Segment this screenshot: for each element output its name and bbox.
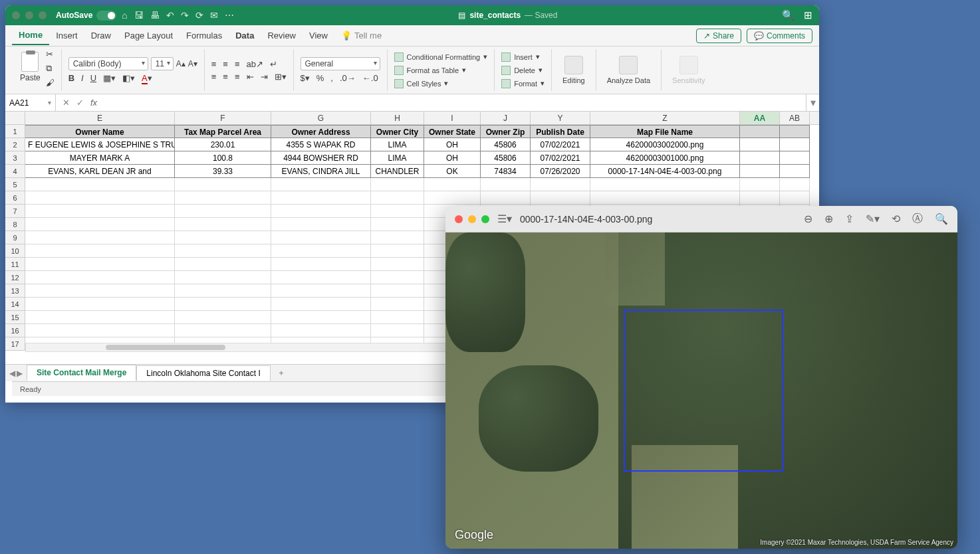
cell-Z3[interactable]: 46200003001000.png [590, 151, 740, 165]
cell-G11[interactable] [271, 258, 371, 271]
cell-AB3[interactable] [780, 151, 810, 165]
comma-icon[interactable]: , [330, 73, 333, 83]
sheet-tab-1[interactable]: Site Contact Mail Merge [27, 365, 136, 381]
cell-H11[interactable] [371, 258, 424, 271]
number-format-select[interactable]: General [301, 57, 380, 70]
share-icon[interactable]: ⇪ [845, 213, 854, 225]
percent-icon[interactable]: % [316, 73, 324, 83]
row-header-17[interactable]: 17 [5, 337, 25, 351]
merge-icon[interactable]: ⊞▾ [275, 72, 287, 82]
close-icon[interactable] [12, 11, 20, 19]
column-header-J[interactable]: J [481, 112, 531, 124]
row-header-12[interactable]: 12 [5, 271, 25, 284]
cell-F10[interactable] [175, 244, 271, 258]
font-name-select[interactable]: Calibri (Body) [68, 57, 148, 70]
cancel-formula-icon[interactable]: ✕ [62, 98, 70, 108]
wrap-text-icon[interactable]: ↵ [270, 59, 277, 69]
row-header-4[interactable]: 4 [5, 165, 25, 178]
row-header-10[interactable]: 10 [5, 244, 25, 258]
markup-icon[interactable]: ✎▾ [866, 213, 880, 225]
cell-J4[interactable]: 74834 [481, 165, 531, 178]
column-header-H[interactable]: H [371, 112, 424, 124]
increase-decimal-icon[interactable]: .0→ [340, 73, 356, 83]
cell-H14[interactable] [371, 298, 424, 311]
cell-G9[interactable] [271, 231, 371, 244]
cell-E4[interactable]: EVANS, KARL DEAN JR and [25, 165, 175, 178]
cell-AB2[interactable] [780, 138, 810, 151]
close-icon[interactable] [455, 215, 463, 223]
tab-draw[interactable]: Draw [84, 27, 118, 45]
decrease-decimal-icon[interactable]: ←.0 [362, 73, 378, 83]
column-header-I[interactable]: I [424, 112, 481, 124]
cell-F12[interactable] [175, 271, 271, 284]
row-header-5[interactable]: 5 [5, 178, 25, 191]
row-header-15[interactable]: 15 [5, 311, 25, 324]
ribbon-toggle-icon[interactable]: ⊞ [804, 9, 812, 21]
print-icon[interactable]: 🖶 [150, 10, 160, 21]
analyze-data-button[interactable]: Analyze Data [603, 53, 654, 87]
zoom-icon[interactable] [481, 215, 489, 223]
row-header-16[interactable]: 16 [5, 324, 25, 337]
cell-AB1[interactable] [780, 125, 810, 138]
cell-Y1[interactable]: Publish Date [531, 125, 590, 138]
tab-home[interactable]: Home [12, 26, 49, 45]
row-header-3[interactable]: 3 [5, 151, 25, 165]
insert-cells-button[interactable]: Insert ▾ [501, 52, 545, 62]
search-icon[interactable]: 🔍 [782, 9, 795, 21]
font-size-select[interactable]: 11 [151, 57, 174, 70]
cell-AA4[interactable] [740, 165, 780, 178]
cell-F9[interactable] [175, 231, 271, 244]
cell-H8[interactable] [371, 218, 424, 231]
column-header-E[interactable]: E [25, 112, 175, 124]
column-header-AA[interactable]: AA [740, 112, 780, 124]
cell-H12[interactable] [371, 271, 424, 284]
fill-color-button[interactable]: ◧▾ [122, 73, 135, 83]
copy-icon[interactable]: ⧉ [46, 63, 55, 74]
name-box[interactable]: AA21▾ [5, 94, 56, 111]
cell-H6[interactable] [371, 191, 424, 205]
cell-G6[interactable] [271, 191, 371, 205]
cell-E1[interactable]: Owner Name [25, 125, 175, 138]
row-header-6[interactable]: 6 [5, 191, 25, 205]
align-left-icon[interactable]: ≡ [211, 72, 217, 82]
cell-AA5[interactable] [740, 178, 780, 191]
cell-G16[interactable] [271, 324, 371, 337]
cell-I4[interactable]: OK [424, 165, 481, 178]
cell-AA6[interactable] [740, 191, 780, 205]
orientation-icon[interactable]: ab↗ [247, 59, 263, 69]
cell-F14[interactable] [175, 298, 271, 311]
cell-AB5[interactable] [780, 178, 810, 191]
accept-formula-icon[interactable]: ✓ [76, 98, 84, 108]
cell-Y4[interactable]: 07/26/2020 [531, 165, 590, 178]
select-all-corner[interactable] [5, 112, 25, 124]
cell-H5[interactable] [371, 178, 424, 191]
cell-G12[interactable] [271, 271, 371, 284]
autosave-toggle[interactable]: AutoSave [56, 11, 116, 21]
cell-E6[interactable] [25, 191, 175, 205]
minimize-icon[interactable] [468, 215, 476, 223]
cell-Z5[interactable] [590, 178, 740, 191]
tab-data[interactable]: Data [229, 27, 261, 45]
cell-F11[interactable] [175, 258, 271, 271]
cell-Y5[interactable] [531, 178, 590, 191]
cell-AA2[interactable] [740, 138, 780, 151]
align-right-icon[interactable]: ≡ [235, 72, 240, 82]
zoom-in-icon[interactable]: ⊕ [824, 213, 833, 225]
tell-me-search[interactable]: 💡 Tell me [341, 31, 382, 41]
format-as-table-button[interactable]: Format as Table ▾ [394, 65, 488, 76]
row-header-9[interactable]: 9 [5, 231, 25, 244]
cell-H4[interactable]: CHANDLER [371, 165, 424, 178]
cell-E5[interactable] [25, 178, 175, 191]
cell-F15[interactable] [175, 311, 271, 324]
cell-G15[interactable] [271, 311, 371, 324]
cell-J6[interactable] [481, 191, 531, 205]
tab-insert[interactable]: Insert [49, 27, 84, 45]
column-header-Y[interactable]: Y [531, 112, 590, 124]
cell-Y6[interactable] [531, 191, 590, 205]
refresh-icon[interactable]: ⟳ [195, 10, 203, 21]
more-icon[interactable]: ⋯ [225, 10, 234, 21]
redo-icon[interactable]: ↷ [181, 10, 189, 21]
editing-group[interactable]: Editing [558, 53, 589, 87]
cell-H3[interactable]: LIMA [371, 151, 424, 165]
cell-F1[interactable]: Tax Map Parcel Area [175, 125, 271, 138]
